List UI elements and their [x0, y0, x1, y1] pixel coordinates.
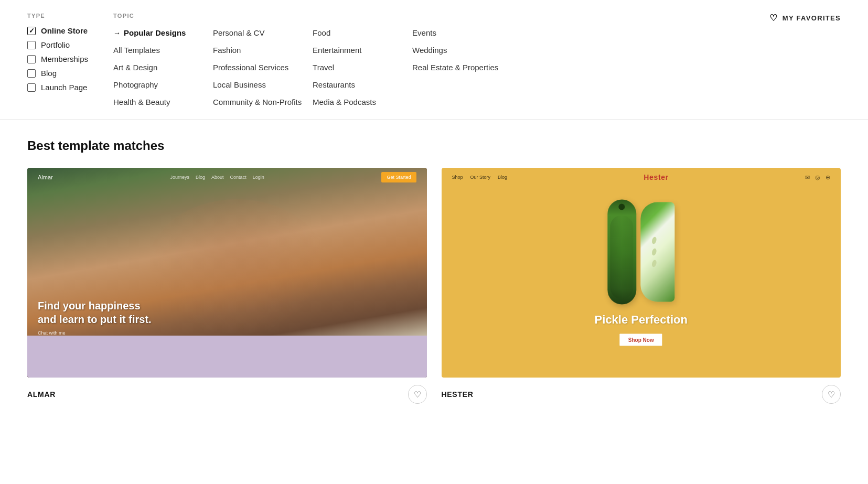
- type-item-label-online-store: Online Store: [41, 26, 88, 35]
- topic-professional-services[interactable]: Professional Services: [213, 61, 313, 74]
- template-card-almar: Almar Journeys Blog About Contact Login …: [27, 168, 427, 406]
- almar-nav-login: Login: [253, 175, 264, 180]
- topic-all-templates[interactable]: All Templates: [113, 44, 213, 57]
- topic-personal-cv[interactable]: Personal & CV: [213, 26, 313, 39]
- checkbox-memberships[interactable]: [27, 55, 36, 63]
- almar-preview[interactable]: Almar Journeys Blog About Contact Login …: [27, 168, 427, 378]
- checkmark-icon: ✓: [29, 27, 35, 34]
- topic-popular-designs-label: Popular Designs: [124, 28, 186, 37]
- topic-health-beauty[interactable]: Health & Beauty: [113, 95, 213, 109]
- almar-chat-label: Chat with me: [38, 330, 152, 336]
- almar-nav-journeys: Journeys: [170, 175, 190, 180]
- type-item-label-memberships: Memberships: [41, 55, 88, 63]
- seed-1: [651, 236, 657, 245]
- topic-section: TOPIC → Popular Designs All Templates Ar…: [113, 13, 612, 109]
- topic-travel[interactable]: Travel: [313, 61, 412, 74]
- checkbox-online-store[interactable]: ✓: [27, 27, 36, 35]
- cucumber-visual: [607, 200, 674, 305]
- almar-nav-blog: Blog: [196, 175, 205, 180]
- almar-logo: Almar: [38, 174, 53, 180]
- templates-grid: Almar Journeys Blog About Contact Login …: [27, 168, 841, 406]
- almar-bottom-section: [27, 336, 427, 378]
- topic-media-podcasts[interactable]: Media & Podcasts: [313, 95, 412, 109]
- topic-weddings[interactable]: Weddings: [412, 44, 512, 57]
- topic-real-estate[interactable]: Real Estate & Properties: [412, 61, 512, 74]
- hester-logo: Hester: [644, 173, 669, 181]
- topic-popular-designs[interactable]: → Popular Designs: [113, 26, 213, 39]
- my-favorites-button[interactable]: ♡ MY FAVORITES: [769, 13, 841, 24]
- type-item-online-store[interactable]: ✓ Online Store: [27, 26, 88, 35]
- main-content: Best template matches Almar Journeys: [0, 120, 868, 427]
- almar-name: ALMAR: [27, 390, 56, 399]
- hester-nav-cart-icon: ⊕: [826, 174, 830, 181]
- hester-nav-our-story: Our Story: [470, 175, 491, 180]
- almar-footer: ALMAR ♡: [27, 378, 427, 406]
- almar-heart-icon: ♡: [414, 390, 421, 400]
- heart-icon: ♡: [769, 13, 778, 24]
- topic-photography[interactable]: Photography: [113, 78, 213, 91]
- almar-headline: Find your happinessand learn to put it f…: [38, 299, 152, 326]
- topic-label: TOPIC: [113, 13, 612, 19]
- hester-name: HESTER: [442, 390, 474, 399]
- almar-overlay: Find your happinessand learn to put it f…: [38, 299, 152, 336]
- hester-preview[interactable]: Shop Our Story Blog Hester ✉ ◎ ⊕: [442, 168, 841, 378]
- hester-nav-right: ✉ ◎ ⊕: [805, 174, 830, 181]
- type-items-list: ✓ Online Store Portfolio Memberships Blo…: [27, 26, 88, 92]
- type-item-label-launch-page: Launch Page: [41, 83, 87, 92]
- type-item-label-portfolio: Portfolio: [41, 40, 70, 49]
- almar-nav-about: About: [211, 175, 224, 180]
- cucumber-half: [640, 202, 674, 302]
- hester-nav-shop: Shop: [452, 175, 463, 180]
- hester-nav-email-icon: ✉: [805, 174, 810, 181]
- hester-text: Pickle Perfection Shop Now: [595, 313, 688, 346]
- topic-art-design[interactable]: Art & Design: [113, 61, 213, 74]
- topic-col-1: → Popular Designs All Templates Art & De…: [113, 26, 213, 109]
- topic-food[interactable]: Food: [313, 26, 412, 39]
- almar-nav-contact: Contact: [230, 175, 247, 180]
- type-item-launch-page[interactable]: Launch Page: [27, 83, 88, 92]
- hester-headline: Pickle Perfection: [595, 313, 688, 327]
- type-label: TYPE: [27, 13, 88, 19]
- topic-grid: → Popular Designs All Templates Art & De…: [113, 26, 612, 109]
- topic-entertainment[interactable]: Entertainment: [313, 44, 412, 57]
- topic-community-nonprofits[interactable]: Community & Non-Profits: [213, 95, 313, 109]
- type-item-portfolio[interactable]: Portfolio: [27, 40, 88, 49]
- topic-col-4: Events Weddings Real Estate & Properties: [412, 26, 512, 109]
- topic-col-3: Food Entertainment Travel Restaurants Me…: [313, 26, 412, 109]
- type-item-memberships[interactable]: Memberships: [27, 55, 88, 63]
- hester-center: Pickle Perfection Shop Now: [595, 200, 688, 346]
- template-card-hester: Shop Our Story Blog Hester ✉ ◎ ⊕: [442, 168, 841, 406]
- type-item-label-blog: Blog: [41, 69, 57, 78]
- almar-navbar: Almar Journeys Blog About Contact Login …: [27, 168, 427, 187]
- almar-favorite-button[interactable]: ♡: [408, 385, 427, 404]
- topic-fashion[interactable]: Fashion: [213, 44, 313, 57]
- hester-footer: HESTER ♡: [442, 378, 841, 406]
- topic-local-business[interactable]: Local Business: [213, 78, 313, 91]
- almar-nav-links: Journeys Blog About Contact Login: [170, 175, 264, 180]
- checkbox-portfolio[interactable]: [27, 41, 36, 49]
- type-item-blog[interactable]: Blog: [27, 69, 88, 78]
- arrow-icon: →: [113, 29, 121, 37]
- hester-heart-icon: ♡: [828, 390, 835, 400]
- topic-events[interactable]: Events: [412, 26, 512, 39]
- cucumber-seeds: [652, 237, 656, 267]
- seed-3: [651, 260, 657, 268]
- type-section: TYPE ✓ Online Store Portfolio Membership…: [27, 13, 88, 92]
- hester-shop-now-button[interactable]: Shop Now: [620, 334, 662, 346]
- section-title: Best template matches: [27, 138, 841, 153]
- hester-nav-blog: Blog: [498, 175, 507, 180]
- checkbox-launch-page[interactable]: [27, 83, 36, 92]
- topic-restaurants[interactable]: Restaurants: [313, 78, 412, 91]
- hester-favorite-button[interactable]: ♡: [822, 385, 841, 404]
- hester-nav-left: Shop Our Story Blog: [452, 175, 508, 180]
- my-favorites-label: MY FAVORITES: [783, 14, 841, 22]
- almar-get-started-button[interactable]: Get Started: [381, 172, 416, 182]
- checkbox-blog[interactable]: [27, 69, 36, 78]
- seed-2: [651, 248, 657, 256]
- topic-col-2: Personal & CV Fashion Professional Servi…: [213, 26, 313, 109]
- hester-navbar: Shop Our Story Blog Hester ✉ ◎ ⊕: [442, 168, 841, 187]
- hester-nav-social-icon: ◎: [815, 174, 820, 181]
- cucumber-whole: [607, 200, 636, 305]
